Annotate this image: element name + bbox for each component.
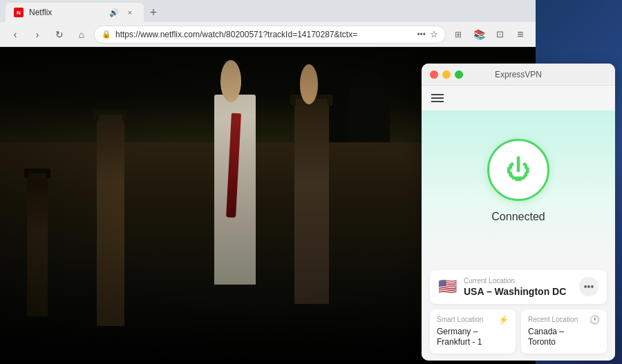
netflix-favicon: N (14, 8, 23, 17)
netflix-tab[interactable]: N Netflix 🔊 × (6, 3, 144, 22)
recent-location-label: Recent Location 🕐 (528, 315, 600, 325)
back-button[interactable]: ‹ (6, 25, 25, 44)
location-row: Smart Location ⚡ Germany –Frankfurt - 1 … (430, 309, 607, 354)
usa-flag: 🇺🇸 (438, 279, 457, 294)
new-window-button[interactable]: ⊡ (490, 25, 509, 44)
nav-icons-right: ⊞ 📚 ⊡ ≡ (449, 25, 530, 44)
recent-location-card[interactable]: Recent Location 🕐 Canada –Toronto (521, 309, 607, 354)
power-icon: ⏻ (506, 157, 531, 182)
vpn-window-buttons (430, 70, 463, 79)
smart-location-card[interactable]: Smart Location ⚡ Germany –Frankfurt - 1 (430, 309, 516, 354)
vpn-location-section: 🇺🇸 Current Location USA – Washington DC … (422, 263, 615, 361)
smart-location-label: Smart Location ⚡ (437, 315, 509, 325)
current-location-label: Current Location (464, 277, 572, 285)
home-button[interactable]: ⌂ (72, 25, 91, 44)
smart-location-icon: ⚡ (498, 315, 509, 325)
current-location-card[interactable]: 🇺🇸 Current Location USA – Washington DC … (430, 270, 607, 304)
url-text: https://www.netflix.com/watch/80200571?t… (115, 30, 413, 39)
vpn-maximize-button[interactable] (455, 70, 463, 79)
audio-icon: 🔊 (109, 8, 119, 17)
bookmarks-button[interactable]: 📚 (469, 25, 489, 44)
vpn-title-text: ExpressVPN (495, 70, 542, 79)
nav-bar: ‹ › ↻ ⌂ 🔒 https://www.netflix.com/watch/… (0, 22, 536, 47)
vpn-minimize-button[interactable] (442, 70, 451, 79)
location-more-button[interactable]: ••• (579, 277, 599, 296)
power-button[interactable]: ⏻ (487, 139, 549, 201)
security-icon: 🔒 (102, 30, 111, 39)
reload-button[interactable]: ↻ (50, 25, 69, 44)
vpn-titlebar: ExpressVPN (422, 64, 615, 86)
vpn-close-button[interactable] (430, 70, 438, 79)
expressvpn-panel: ExpressVPN ⏻ Connected 🇺🇸 Current Lo (422, 64, 615, 361)
forward-button[interactable]: › (28, 25, 47, 44)
current-location-name: USA – Washington DC (464, 286, 572, 297)
hamburger-menu[interactable] (431, 94, 444, 102)
address-bar[interactable]: 🔒 https://www.netflix.com/watch/80200571… (94, 26, 446, 44)
extensions-button[interactable]: ⊞ (449, 25, 468, 44)
connected-status: Connected (491, 211, 545, 223)
tab-close-button[interactable]: × (124, 7, 135, 18)
menu-button[interactable]: ≡ (511, 25, 530, 44)
more-options-icon: ••• (417, 30, 426, 39)
tab-title: Netflix (29, 8, 104, 17)
vpn-body: ⏻ Connected 🇺🇸 Current Location USA – Wa… (422, 86, 615, 361)
smart-location-name: Germany –Frankfurt - 1 (437, 327, 509, 348)
vpn-header (422, 86, 615, 111)
recent-location-name: Canada –Toronto (528, 327, 600, 348)
vpn-connected-area: ⏻ Connected (422, 111, 615, 263)
clock-icon: 🕐 (590, 315, 600, 325)
location-info: Current Location USA – Washington DC (464, 277, 572, 297)
tab-bar: N Netflix 🔊 × + (0, 0, 536, 22)
new-tab-button[interactable]: + (144, 3, 163, 22)
bookmark-icon: ☆ (430, 29, 438, 39)
